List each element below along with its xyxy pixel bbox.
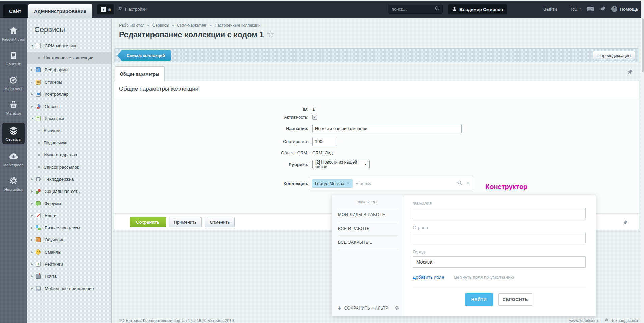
site-tab[interactable]: Сайт <box>3 4 27 18</box>
cancel-button[interactable]: Отменить <box>205 217 235 227</box>
filter-settings-gear-icon[interactable] <box>395 305 399 311</box>
rail-item-marketing[interactable]: Маркетинг <box>1 74 26 92</box>
sidebar-item[interactable]: Подписчики <box>27 137 111 149</box>
scrollbar[interactable] <box>641 1 644 323</box>
widget-clear-icon[interactable]: × <box>466 181 470 186</box>
tab-general-parameters[interactable]: Общие параметры <box>115 66 165 81</box>
sidebar-item[interactable]: ▶Социальная сеть <box>27 185 111 197</box>
chevron-right-icon[interactable]: ▶ <box>31 214 36 217</box>
apply-button[interactable]: Применить <box>169 217 202 227</box>
user-menu-button[interactable]: Владимир Смирнов <box>448 4 507 14</box>
breadcrumb-item[interactable]: Сервисы <box>152 23 169 28</box>
chevron-down-icon[interactable]: ▼ <box>31 44 36 47</box>
sidebar-item[interactable]: Список рассылок <box>27 161 111 173</box>
chevron-right-icon[interactable]: ▶ <box>31 275 36 278</box>
collection-filter-widget[interactable]: Город: Москва × + поиск × <box>310 177 474 190</box>
rubric-select[interactable]: [2] Новости из нашей жизни ▼ <box>312 160 370 169</box>
filter-field-input[interactable] <box>413 256 586 268</box>
filter-preset-item[interactable]: ВСЕ В РАБОТЕ <box>332 222 404 232</box>
sidebar-item[interactable]: ▶Бизнес-процессы <box>27 222 111 234</box>
filter-preset-item[interactable]: МОИ ЛИДЫ В РАБОТЕ <box>332 208 404 218</box>
sidebar-item[interactable]: ▶Мобильное приложение <box>27 282 111 294</box>
search-icon[interactable] <box>435 6 440 12</box>
sidebar-item[interactable]: Настроенные коллекции <box>27 52 111 64</box>
rail-item-home[interactable]: Рабочий стол <box>1 24 26 43</box>
filter-field-input[interactable] <box>413 208 586 219</box>
sidebar-item[interactable]: ▶Контроллер <box>27 88 111 100</box>
search-input[interactable] <box>388 7 435 12</box>
rail-item-settings[interactable]: Настройки <box>1 174 26 193</box>
sidebar-item[interactable]: ▶Рейтинги <box>27 258 111 270</box>
keyboard-icon[interactable] <box>587 7 594 13</box>
sidebar-item[interactable]: ▼Рассылки <box>27 112 111 124</box>
sidebar-item[interactable]: ▶Веб-формы <box>27 64 111 76</box>
chevron-right-icon[interactable]: ▶ <box>31 251 36 254</box>
sidebar-item[interactable]: ▶Обучение <box>27 234 111 246</box>
sidebar-item[interactable]: ▶Блоги <box>27 209 111 222</box>
topbar-settings-button[interactable]: Настройки <box>118 0 147 18</box>
breadcrumb-item[interactable]: Настроенные коллекции <box>215 23 261 28</box>
sidebar-item[interactable]: ▶Опросы <box>27 100 111 112</box>
breadcrumb-item[interactable]: CRM-маркетинг <box>177 23 207 28</box>
main-content: Рабочий стол▶Сервисы▶CRM-маркетинг▶Настр… <box>112 18 641 323</box>
sidebar-item[interactable]: ▶Форумы <box>27 197 111 209</box>
sidebar-item[interactable]: Импорт адресов <box>27 149 111 161</box>
chevron-right-icon[interactable]: ▶ <box>31 263 36 266</box>
bullet-icon[interactable]: ▪ <box>31 81 36 84</box>
chevron-right-icon[interactable]: ▶ <box>31 105 36 108</box>
find-button[interactable]: НАЙТИ <box>465 293 493 306</box>
chevron-right-icon[interactable]: ▶ <box>31 190 36 193</box>
rail-item-label: Контент <box>1 62 26 66</box>
collection-tag[interactable]: Город: Москва × <box>312 179 353 188</box>
footer-site-link[interactable]: www.1c-bitrix.ru <box>569 318 598 323</box>
name-input[interactable] <box>312 124 462 133</box>
save-button[interactable]: Сохранить <box>130 217 166 227</box>
notifications-button[interactable]: i 5 <box>97 4 114 14</box>
filter-preset-item[interactable]: ВСЕ ЗАКРЫТЫЕ <box>332 236 404 245</box>
reset-button[interactable]: СБРОСИТЬ <box>498 293 532 306</box>
sidebar-item[interactable]: ▶Смайлы <box>27 246 111 258</box>
sidebar-item[interactable]: ▪Стикеры <box>27 76 111 88</box>
chevron-right-icon[interactable]: ▶ <box>31 287 36 290</box>
activity-checkbox[interactable]: ✓ <box>312 115 317 120</box>
chevron-right-icon[interactable]: ▶ <box>31 238 36 241</box>
rail-item-shop[interactable]: Магазин <box>1 98 26 117</box>
constructor-annotation: Конструктор <box>485 183 527 191</box>
chevron-right-icon[interactable]: ▶ <box>31 178 36 181</box>
sidebar-item[interactable]: Выпуски <box>27 124 111 137</box>
rail-item-marketplace[interactable]: Marketplace <box>1 150 26 169</box>
breadcrumb-item[interactable]: Рабочий стол <box>119 23 144 28</box>
chevron-right-icon[interactable]: ▶ <box>31 68 36 71</box>
rail-item-services[interactable]: Сервисы <box>2 123 25 144</box>
pin-icon[interactable] <box>600 6 606 13</box>
collection-search-placeholder[interactable]: + поиск <box>356 181 371 186</box>
help-button[interactable]: ? Помощь <box>611 0 639 18</box>
add-field-link[interactable]: Добавить поле <box>413 275 444 280</box>
sidebar-item[interactable]: ▶Техподдержка <box>27 173 111 185</box>
tag-remove-icon[interactable]: × <box>347 181 349 186</box>
restore-fields-link[interactable]: Вернуть поля по умолчанию <box>454 275 514 280</box>
logout-link[interactable]: Выйти <box>543 0 557 18</box>
widget-search-icon[interactable] <box>457 180 463 187</box>
scrollbar-thumb[interactable] <box>642 18 644 72</box>
chevron-right-icon[interactable]: ▶ <box>31 93 36 96</box>
collections-list-button[interactable]: Список коллекций <box>117 50 171 61</box>
chevron-down-icon[interactable]: ▼ <box>31 117 36 120</box>
sidebar-item[interactable]: ▶Почта <box>27 270 111 282</box>
sort-input[interactable] <box>312 137 337 146</box>
pin-tabs-icon[interactable] <box>627 69 633 76</box>
pin-form-icon[interactable] <box>623 220 628 227</box>
footer-support-link[interactable]: Техподдержка <box>611 318 638 323</box>
admin-tab[interactable]: Администрирование <box>28 4 92 18</box>
rail-item-content[interactable]: Контент <box>1 49 26 68</box>
marketplace-icon <box>1 151 26 161</box>
left-rail: Рабочий столКонтентМаркетингМагазинСерви… <box>0 18 27 323</box>
save-filter-button[interactable]: + СОХРАНИТЬ ФИЛЬТР <box>338 305 399 311</box>
chevron-right-icon[interactable]: ▶ <box>31 202 36 205</box>
language-selector[interactable]: RU ▼ <box>571 0 581 18</box>
filter-field-input[interactable] <box>413 232 586 243</box>
chevron-right-icon[interactable]: ▶ <box>31 226 36 229</box>
reindex-button[interactable]: Переиндексация <box>593 51 635 60</box>
favorite-star-icon[interactable] <box>267 31 274 39</box>
sidebar-item[interactable]: ▼CRM-маркетинг <box>27 39 111 52</box>
